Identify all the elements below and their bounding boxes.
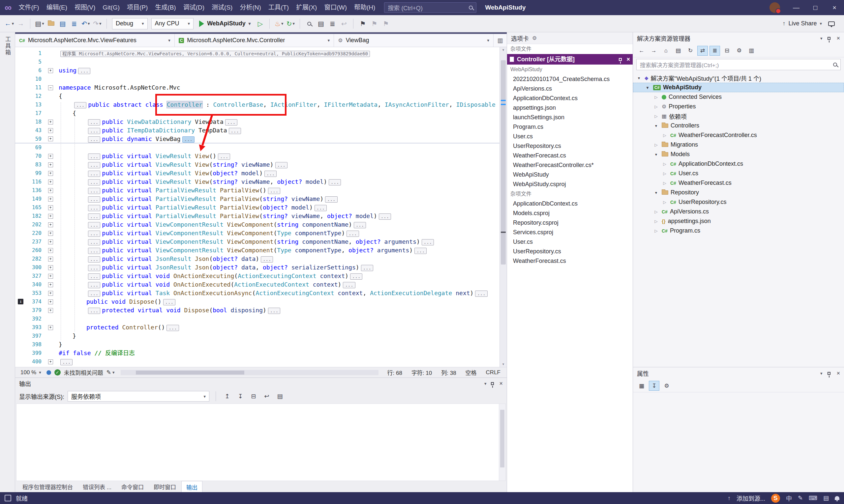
document-tab[interactable]: User.cs bbox=[507, 132, 633, 141]
fold-toggle-icon[interactable]: + bbox=[48, 171, 53, 176]
platform-select[interactable]: Any CPU ▾ bbox=[151, 18, 194, 29]
collapsed-region[interactable]: ... bbox=[268, 188, 280, 194]
output-scrollbar[interactable] bbox=[499, 404, 505, 481]
fold-toggle-icon[interactable]: + bbox=[48, 248, 53, 253]
collapsed-region[interactable]: ... bbox=[78, 68, 90, 74]
code-line[interactable]: 116+...public virtual ViewResult View(st… bbox=[15, 178, 499, 186]
fold-toggle-icon[interactable]: + bbox=[48, 325, 53, 330]
tree-item[interactable]: ▷C#WeatherForecast.cs bbox=[633, 178, 844, 188]
code-line[interactable]: 1程序集 Microsoft.AspNetCore.Mvc.ViewFeatur… bbox=[15, 49, 499, 58]
collapsed-region[interactable]: ... bbox=[343, 282, 355, 288]
fold-toggle-icon[interactable]: + bbox=[48, 282, 53, 287]
collapsed-region[interactable]: ... bbox=[361, 265, 373, 271]
fold-toggle-icon[interactable]: + bbox=[48, 231, 53, 236]
expander-collapsed-icon[interactable]: ▷ bbox=[661, 171, 668, 176]
maximize-button[interactable]: □ bbox=[806, 0, 825, 15]
fold-toggle-icon[interactable]: + bbox=[48, 120, 53, 125]
code-line[interactable]: 300+...public virtual JsonResult Json(ob… bbox=[15, 263, 499, 272]
tree-item[interactable]: ▷Connected Services bbox=[633, 92, 844, 102]
document-tab[interactable]: UserRepository.cs bbox=[507, 247, 633, 256]
collapsed-region[interactable]: ... bbox=[350, 273, 362, 280]
code-line[interactable]: 70+...public virtual ViewResult View()..… bbox=[15, 152, 499, 160]
collapsed-region[interactable]: ... bbox=[88, 214, 100, 220]
collapsed-region[interactable]: ... bbox=[88, 196, 100, 203]
categorized-icon[interactable]: ▦ bbox=[636, 381, 647, 391]
expander-collapsed-icon[interactable]: ▷ bbox=[653, 210, 659, 214]
document-tab[interactable]: WebApiStudy.csproj bbox=[507, 180, 633, 189]
document-tab[interactable]: ApiVersions.cs bbox=[507, 84, 633, 93]
document-tab[interactable]: ApplicationDbContext.cs bbox=[507, 199, 633, 209]
pen-icon[interactable]: ✎ bbox=[798, 494, 803, 502]
collapsed-region[interactable]: ... bbox=[88, 162, 100, 168]
code-line[interactable]: 353+...public virtual Task OnActionExecu… bbox=[15, 289, 499, 298]
collapsed-region[interactable]: ... bbox=[88, 290, 100, 297]
code-line[interactable]: ↥374+public void Dispose()... bbox=[15, 298, 499, 306]
collapsed-region[interactable]: ... bbox=[88, 179, 100, 185]
start-without-debugging-icon[interactable]: ▷ bbox=[255, 18, 265, 30]
collapsed-region[interactable]: ... bbox=[167, 325, 179, 331]
panel-tab[interactable]: 错误列表 ... bbox=[78, 481, 116, 492]
tree-item[interactable]: ▷Migrations bbox=[633, 140, 844, 149]
touch-keyboard-icon[interactable]: ▤ bbox=[823, 494, 829, 502]
forward-icon[interactable]: → bbox=[649, 46, 659, 56]
collapsed-region[interactable]: ... bbox=[163, 299, 175, 305]
collapsed-region[interactable]: ... bbox=[275, 162, 288, 168]
code-line[interactable]: 397} bbox=[15, 332, 499, 340]
document-tab[interactable]: User.cs bbox=[507, 237, 633, 247]
menu-item[interactable]: 分析(N) bbox=[236, 0, 264, 15]
panel-tab[interactable]: 命令窗口 bbox=[117, 481, 148, 492]
prev-message-icon[interactable]: ↥ bbox=[222, 391, 232, 401]
expander-collapsed-icon[interactable]: ▷ bbox=[661, 133, 668, 138]
scrollbar-thumb[interactable] bbox=[500, 410, 504, 467]
code-line[interactable]: 18+...public ViewDataDictionary ViewData… bbox=[15, 118, 499, 126]
copy-icon[interactable]: ▤ bbox=[275, 391, 285, 401]
collapsed-region[interactable]: ... bbox=[88, 273, 100, 280]
expander-collapsed-icon[interactable]: ▷ bbox=[661, 200, 668, 204]
collapsed-region[interactable]: ... bbox=[354, 222, 366, 228]
sync-with-active-document-icon[interactable]: ⇄ bbox=[697, 46, 708, 56]
fold-toggle-icon[interactable]: + bbox=[48, 359, 53, 364]
close-icon[interactable]: × bbox=[837, 35, 840, 42]
collapsed-region[interactable]: ... bbox=[264, 170, 277, 177]
pin-icon[interactable] bbox=[619, 58, 622, 61]
code-line[interactable]: 11−namespace Microsoft.AspNetCore.Mvc bbox=[15, 83, 499, 92]
fold-toggle-icon[interactable]: + bbox=[48, 222, 53, 227]
code-cleanup-icon[interactable]: ✎▾ bbox=[106, 369, 115, 376]
panel-tab[interactable]: 输出 bbox=[181, 481, 203, 492]
start-debugging-button[interactable]: WebApiStudy ▾ bbox=[196, 17, 254, 30]
code-line[interactable]: 327+...public virtual void OnActionExecu… bbox=[15, 272, 499, 280]
menu-item[interactable]: 帮助(H) bbox=[350, 0, 379, 15]
editor-horizontal-scrollbar[interactable] bbox=[121, 370, 378, 375]
collapsed-region[interactable]: ... bbox=[268, 308, 280, 314]
pin-icon[interactable] bbox=[828, 37, 830, 40]
collapsed-region[interactable]: ... bbox=[88, 154, 100, 160]
collapsed-region[interactable]: ... bbox=[88, 248, 100, 254]
feedback-icon[interactable] bbox=[826, 18, 837, 30]
word-wrap-icon[interactable]: ↩ bbox=[262, 391, 272, 401]
panel-tab[interactable]: 程序包管理器控制台 bbox=[18, 481, 77, 492]
document-tab[interactable]: WeatherForecastController.cs* bbox=[507, 160, 633, 170]
redo-icon[interactable]: ↷▾ bbox=[92, 18, 103, 30]
navigate-back-icon[interactable]: ←▾ bbox=[4, 18, 15, 30]
tree-item[interactable]: ▷C#UserRepository.cs bbox=[633, 197, 844, 207]
tree-item[interactable]: ▷C#WeatherForecastController.cs bbox=[633, 130, 844, 140]
document-tab[interactable]: Services.csproj bbox=[507, 228, 633, 237]
code-line[interactable]: 379+...protected virtual void Dispose(bo… bbox=[15, 306, 499, 314]
document-tab[interactable]: ApplicationDbContext.cs bbox=[507, 93, 633, 103]
fold-toggle-icon[interactable]: + bbox=[48, 205, 53, 210]
collapsed-region[interactable]: ... bbox=[346, 231, 359, 237]
close-icon[interactable]: × bbox=[499, 380, 503, 387]
find-in-files-icon[interactable] bbox=[304, 18, 314, 30]
fold-toggle-icon[interactable]: + bbox=[48, 137, 53, 141]
save-icon[interactable]: ▤ bbox=[57, 18, 68, 30]
fold-toggle-icon[interactable]: + bbox=[48, 68, 53, 73]
pin-icon[interactable] bbox=[491, 382, 494, 385]
close-icon[interactable]: × bbox=[626, 55, 630, 64]
fold-toggle-icon[interactable]: + bbox=[48, 162, 53, 167]
document-tab[interactable]: WebApiStudy bbox=[507, 170, 633, 180]
collapsed-region[interactable]: ... bbox=[88, 239, 100, 246]
ime-mode-indicator[interactable]: 中 bbox=[786, 494, 792, 502]
fold-toggle-icon[interactable]: + bbox=[48, 291, 53, 296]
menu-item[interactable]: Git(G) bbox=[99, 0, 123, 15]
menu-item[interactable]: 编辑(E) bbox=[43, 0, 71, 15]
